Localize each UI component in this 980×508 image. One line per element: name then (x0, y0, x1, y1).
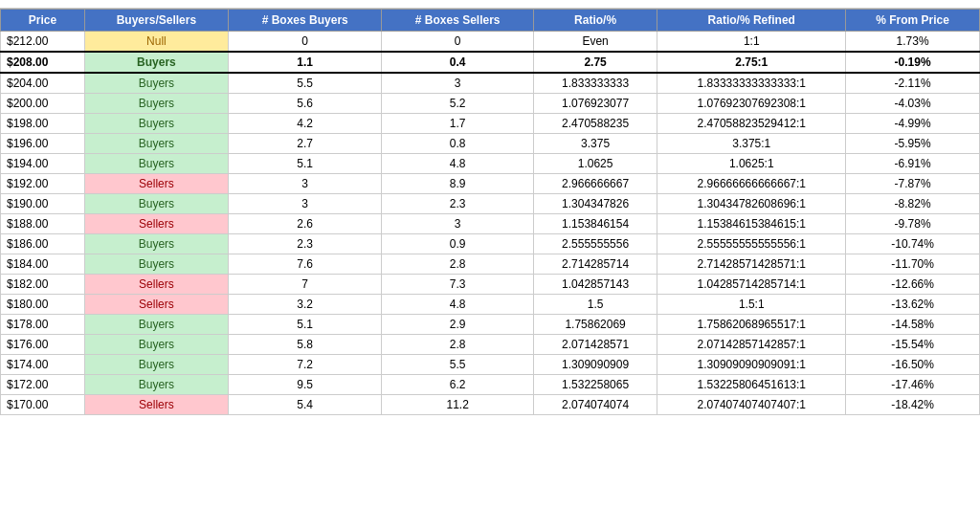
boxes-sellers-cell: 3 (382, 73, 533, 94)
from-price-cell: -14.58% (846, 315, 980, 335)
table-row: $186.00Buyers2.30.92.5555555562.55555555… (1, 234, 980, 254)
ratio-refined-cell: 2.96666666666667:1 (657, 174, 846, 194)
from-price-cell: -15.54% (846, 335, 980, 355)
ratio-refined-cell: 2.07407407407407:1 (657, 395, 846, 415)
boxes-sellers-cell: 11.2 (382, 395, 533, 415)
boxes-buyers-cell: 7 (228, 275, 382, 295)
boxes-buyers-cell: 3 (228, 174, 382, 194)
table-row: $174.00Buyers7.25.51.3090909091.30909090… (1, 355, 980, 375)
boxes-buyers-cell: 7.6 (228, 254, 382, 275)
ratio-refined-cell: 2.75:1 (657, 52, 846, 73)
buyers-sellers-cell: Buyers (84, 315, 228, 335)
buyers-sellers-cell: Buyers (84, 134, 228, 154)
ratio-cell: 1.5 (533, 295, 657, 315)
column-header: Price (1, 10, 85, 32)
ratio-refined-cell: 3.375:1 (657, 134, 846, 154)
ratio-cell: Even (533, 32, 657, 53)
from-price-cell: -17.46% (846, 375, 980, 395)
boxes-sellers-cell: 3 (382, 214, 533, 234)
main-table: PriceBuyers/Sellers# Boxes Buyers# Boxes… (0, 9, 980, 415)
ratio-refined-cell: 1.83333333333333:1 (657, 73, 846, 94)
boxes-buyers-cell: 1.1 (228, 52, 382, 73)
boxes-buyers-cell: 2.6 (228, 214, 382, 234)
from-price-cell: -18.42% (846, 395, 980, 415)
boxes-buyers-cell: 2.3 (228, 234, 382, 254)
table-row: $208.00Buyers1.10.42.752.75:1-0.19% (1, 52, 980, 73)
ratio-cell: 2.074074074 (533, 395, 657, 415)
ratio-refined-cell: 2.71428571428571:1 (657, 254, 846, 275)
from-price-cell: -11.70% (846, 254, 980, 275)
buyers-sellers-cell: Buyers (84, 73, 228, 94)
column-header: Ratio/% (533, 10, 657, 32)
boxes-buyers-cell: 2.7 (228, 134, 382, 154)
column-header: # Boxes Sellers (382, 10, 533, 32)
from-price-cell: -9.78% (846, 214, 980, 234)
from-price-cell: -0.19% (846, 52, 980, 73)
boxes-sellers-cell: 1.7 (382, 114, 533, 134)
from-price-cell: -12.66% (846, 275, 980, 295)
buyers-sellers-cell: Sellers (84, 275, 228, 295)
price-cell: $188.00 (1, 214, 85, 234)
boxes-buyers-cell: 4.2 (228, 114, 382, 134)
table-row: $180.00Sellers3.24.81.51.5:1-13.62% (1, 295, 980, 315)
ratio-cell: 1.75862069 (533, 315, 657, 335)
from-price-cell: -13.62% (846, 295, 980, 315)
table-row: $170.00Sellers5.411.22.0740740742.074074… (1, 395, 980, 415)
price-cell: $172.00 (1, 375, 85, 395)
buyers-sellers-cell: Buyers (84, 234, 228, 254)
boxes-sellers-cell: 0 (382, 32, 533, 53)
boxes-buyers-cell: 5.8 (228, 335, 382, 355)
ratio-refined-cell: 1:1 (657, 32, 846, 53)
from-price-cell: -5.95% (846, 134, 980, 154)
boxes-buyers-cell: 5.1 (228, 154, 382, 174)
price-cell: $180.00 (1, 295, 85, 315)
buyers-sellers-cell: Buyers (84, 94, 228, 114)
from-price-cell: -7.87% (846, 174, 980, 194)
price-cell: $182.00 (1, 275, 85, 295)
boxes-buyers-cell: 5.1 (228, 315, 382, 335)
table-row: $194.00Buyers5.14.81.06251.0625:1-6.91% (1, 154, 980, 174)
table-row: $198.00Buyers4.21.72.4705882352.47058823… (1, 114, 980, 134)
column-header: # Boxes Buyers (228, 10, 382, 32)
ratio-cell: 3.375 (533, 134, 657, 154)
buyers-sellers-cell: Buyers (84, 52, 228, 73)
buyers-sellers-cell: Buyers (84, 114, 228, 134)
ratio-refined-cell: 1.30909090909091:1 (657, 355, 846, 375)
ratio-refined-cell: 1.30434782608696:1 (657, 194, 846, 214)
boxes-sellers-cell: 2.9 (382, 315, 533, 335)
ratio-cell: 1.0625 (533, 154, 657, 174)
boxes-sellers-cell: 2.3 (382, 194, 533, 214)
price-cell: $198.00 (1, 114, 85, 134)
ratio-refined-cell: 1.07692307692308:1 (657, 94, 846, 114)
boxes-sellers-cell: 7.3 (382, 275, 533, 295)
top-bar (0, 0, 980, 9)
table-row: $204.00Buyers5.531.8333333331.8333333333… (1, 73, 980, 94)
table-row: $200.00Buyers5.65.21.0769230771.07692307… (1, 94, 980, 114)
buyers-sellers-cell: Sellers (84, 214, 228, 234)
column-header: Ratio/% Refined (657, 10, 846, 32)
table-row: $172.00Buyers9.56.21.5322580651.53225806… (1, 375, 980, 395)
table-row: $190.00Buyers32.31.3043478261.3043478260… (1, 194, 980, 214)
boxes-buyers-cell: 3.2 (228, 295, 382, 315)
ratio-cell: 1.304347826 (533, 194, 657, 214)
buyers-sellers-cell: Sellers (84, 395, 228, 415)
buyers-sellers-cell: Sellers (84, 174, 228, 194)
table-row: $212.00Null00Even1:11.73% (1, 32, 980, 53)
column-header: % From Price (846, 10, 980, 32)
price-cell: $200.00 (1, 94, 85, 114)
buyers-sellers-cell: Buyers (84, 355, 228, 375)
boxes-buyers-cell: 5.5 (228, 73, 382, 94)
from-price-cell: 1.73% (846, 32, 980, 53)
price-cell: $184.00 (1, 254, 85, 275)
price-cell: $204.00 (1, 73, 85, 94)
boxes-sellers-cell: 0.4 (382, 52, 533, 73)
boxes-buyers-cell: 9.5 (228, 375, 382, 395)
price-cell: $176.00 (1, 335, 85, 355)
boxes-buyers-cell: 5.4 (228, 395, 382, 415)
price-cell: $186.00 (1, 234, 85, 254)
from-price-cell: -2.11% (846, 73, 980, 94)
table-row: $178.00Buyers5.12.91.758620691.758620689… (1, 315, 980, 335)
ratio-cell: 2.714285714 (533, 254, 657, 275)
table-row: $176.00Buyers5.82.82.0714285712.07142857… (1, 335, 980, 355)
boxes-sellers-cell: 5.2 (382, 94, 533, 114)
